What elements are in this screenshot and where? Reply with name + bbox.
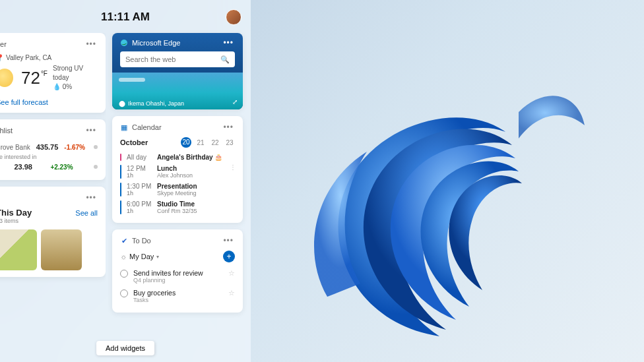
calendar-day[interactable]: 21 [195, 139, 206, 146]
event-location: Conf Rm 32/35 [157, 208, 197, 214]
event-time: 6:00 PM1h [127, 200, 152, 214]
more-icon[interactable]: ••• [222, 123, 235, 132]
edge-label: Microsoft Edge [132, 39, 218, 47]
photos-widget[interactable]: s ••• This Day 33 items See all [0, 187, 106, 277]
calendar-day[interactable]: 22 [210, 139, 220, 146]
search-icon[interactable]: 🔍 [220, 55, 230, 64]
todo-list-selector[interactable]: ☼ My Day ▾ [120, 253, 159, 260]
todo-widget[interactable]: ✔ To Do ••• ☼ My Day ▾ + Send invites fo… [112, 229, 243, 313]
star-icon[interactable]: ☆ [228, 289, 235, 297]
task-title: Send invites for review [133, 269, 223, 277]
clock: 11:11 AM [101, 11, 150, 24]
task-row[interactable]: Send invites for reviewQ4 planning ☆ [120, 266, 235, 286]
event-time: All day [127, 154, 152, 161]
calendar-month: October [120, 138, 177, 146]
star-icon[interactable]: ☆ [228, 269, 235, 278]
event-location: Skype Meeting [157, 190, 197, 196]
location-pin-icon: 📍 [0, 54, 4, 61]
sun-icon: ☼ [120, 253, 127, 260]
task-checkbox[interactable] [120, 270, 128, 278]
status-dot [94, 145, 98, 149]
stock-row[interactable]: Brove Bank 435.75 -1.67% [0, 140, 98, 154]
calendar-event[interactable]: All day Angela's Birthday 🎂 [120, 152, 235, 163]
event-time: 12 PM1h [127, 165, 152, 179]
edge-widget[interactable]: Microsoft Edge ••• 🔍 ⬤ Ikema Ohashi, Jap… [112, 33, 243, 109]
weather-label: her [0, 40, 80, 48]
task-list-name: Tasks [133, 297, 223, 303]
event-title: Lunch [157, 165, 193, 172]
uv-text: Strong UV today [53, 64, 98, 82]
interest-hint: be interested in [0, 154, 98, 160]
task-list-name: Q4 planning [133, 277, 223, 284]
task-row[interactable]: Buy groceriesTasks ☆ [120, 286, 235, 306]
see-all-link[interactable]: See all [75, 209, 98, 217]
more-icon[interactable]: ••• [84, 40, 98, 49]
edge-icon [120, 39, 128, 47]
event-color-bar [120, 165, 121, 179]
add-widgets-button[interactable]: Add widgets [96, 341, 154, 355]
watchlist-label: chlist [0, 127, 80, 135]
event-color-bar [120, 183, 121, 196]
search-input[interactable] [125, 55, 216, 63]
search-box[interactable]: 🔍 [120, 51, 235, 67]
photos-count: 33 items [0, 218, 32, 224]
stock-row[interactable]: 23.98 +2.23% [0, 160, 98, 173]
precip-text: 💧 0% [53, 82, 98, 92]
edge-image[interactable]: ⬤ Ikema Ohashi, Japan ⤢ [112, 73, 243, 109]
widgets-panel: 11:11 AM her ••• 📍 Valley Park, CA 72°F [0, 0, 251, 362]
calendar-event[interactable]: 1:30 PM1h PresentationSkype Meeting [120, 181, 235, 198]
photos-title: This Day [0, 208, 32, 218]
calendar-day[interactable]: 23 [224, 139, 235, 146]
event-location: Alex Johnson [157, 172, 193, 179]
event-title: Angela's Birthday 🎂 [157, 154, 222, 161]
watchlist-widget[interactable]: chlist ••• Brove Bank 435.75 -1.67% be i… [0, 119, 106, 180]
calendar-nav: October 20 21 22 23 [120, 137, 235, 148]
weather-widget[interactable]: her ••• 📍 Valley Park, CA 72°F Strong UV… [0, 33, 106, 113]
calendar-label: Calendar [132, 123, 218, 131]
event-title: Studio Time [157, 200, 197, 208]
task-checkbox[interactable] [120, 289, 128, 297]
calendar-icon: ▦ [120, 123, 128, 131]
add-task-button[interactable]: + [223, 251, 235, 262]
expand-icon[interactable]: ⤢ [232, 98, 238, 106]
user-avatar[interactable] [226, 9, 242, 25]
calendar-day-current[interactable]: 20 [181, 137, 191, 148]
chevron-down-icon: ▾ [156, 254, 159, 260]
more-icon[interactable]: ••• [84, 126, 98, 135]
more-icon[interactable]: ••• [222, 236, 235, 245]
event-time: 1:30 PM1h [127, 183, 152, 196]
event-color-bar [120, 200, 121, 214]
svg-point-0 [121, 40, 127, 46]
photo-thumbnail[interactable] [41, 229, 82, 270]
image-caption: ⬤ Ikema Ohashi, Japan [119, 100, 184, 107]
calendar-event[interactable]: 12 PM1h LunchAlex Johnson [120, 163, 235, 181]
calendar-event[interactable]: 6:00 PM1h Studio TimeConf Rm 32/35 [120, 198, 235, 216]
location-pin-icon: ⬤ [119, 100, 125, 107]
event-title: Presentation [157, 183, 197, 190]
see-forecast-link[interactable]: See full forecast [0, 98, 48, 106]
panel-header: 11:11 AM [8, 7, 243, 28]
more-icon[interactable]: ••• [84, 193, 98, 202]
wallpaper-bloom [274, 20, 604, 349]
scroll-dots-icon: ⋮ [230, 164, 236, 171]
temperature: 72°F [21, 68, 48, 88]
photo-thumbnail[interactable] [0, 229, 37, 270]
calendar-widget[interactable]: ▦ Calendar ••• October 20 21 22 23 All d… [112, 116, 243, 223]
task-title: Buy groceries [133, 289, 223, 297]
todo-icon: ✔ [120, 237, 128, 245]
weather-location: 📍 Valley Park, CA [0, 54, 98, 61]
todo-label: To Do [132, 237, 218, 245]
more-icon[interactable]: ••• [222, 38, 235, 47]
status-dot [94, 165, 98, 169]
event-color-bar [120, 154, 121, 161]
sun-icon [0, 69, 13, 87]
